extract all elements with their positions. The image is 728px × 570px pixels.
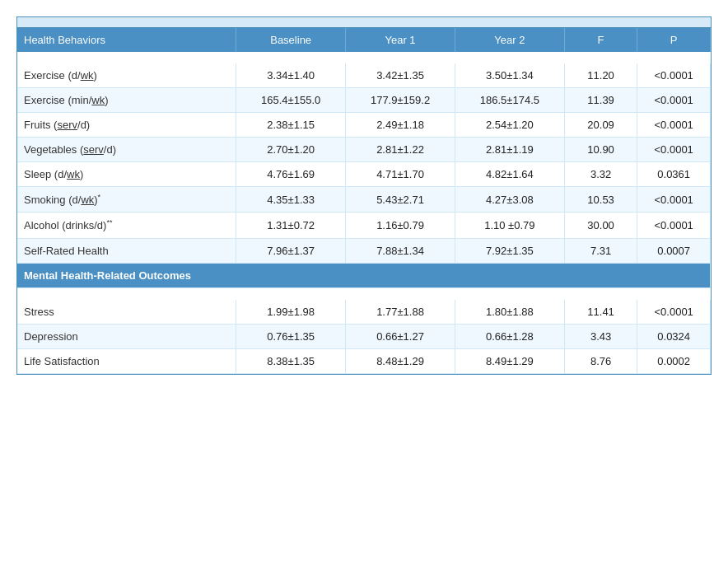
row-year1: 4.71±1.70: [346, 162, 455, 187]
table-row: Exercise (min/wk)165.4±155.0177.9±159.21…: [17, 88, 711, 113]
table-row: Life Satisfaction8.38±1.358.48±1.298.49±…: [17, 348, 711, 373]
col-header-f: F: [564, 28, 637, 52]
row-f: 10.53: [564, 187, 637, 213]
row-year2: 7.92±1.35: [455, 238, 564, 263]
row-baseline: 3.34±1.40: [236, 63, 346, 88]
row-year1: 0.66±1.27: [346, 324, 455, 348]
row-year2: 4.82±1.64: [455, 162, 564, 187]
table-row: Alcohol (drinks/d)**1.31±0.721.16±0.791.…: [17, 213, 711, 238]
table-row: Depression0.76±1.350.66±1.270.66±1.283.4…: [17, 324, 711, 348]
row-f: 7.31: [564, 238, 637, 263]
row-baseline: 1.99±1.98: [236, 300, 346, 325]
row-year1: 1.77±1.88: [346, 300, 455, 325]
row-label: Life Satisfaction: [17, 348, 236, 373]
table-header-row: Health Behaviors Baseline Year 1 Year 2 …: [17, 28, 711, 52]
row-baseline: 165.4±155.0: [236, 88, 346, 113]
row-baseline: 8.38±1.35: [236, 348, 346, 373]
row-baseline: 2.38±1.15: [236, 113, 346, 138]
row-p: <0.0001: [637, 138, 711, 162]
row-year1: 177.9±159.2: [346, 88, 455, 113]
row-p: 0.0007: [637, 238, 711, 263]
col-header-year1: Year 1: [346, 28, 455, 52]
row-year2: 4.27±3.08: [455, 187, 564, 213]
row-year1: 2.49±1.18: [346, 113, 455, 138]
row-label: Stress: [17, 300, 236, 325]
row-year1: 1.16±0.79: [346, 213, 455, 238]
row-f: 3.43: [564, 324, 637, 348]
row-baseline: 7.96±1.37: [236, 238, 346, 263]
row-label: Alcohol (drinks/d)**: [17, 213, 236, 238]
row-label: Vegetables (serv/d): [17, 138, 236, 162]
row-year1: 8.48±1.29: [346, 348, 455, 373]
row-year2: 2.81±1.19: [455, 138, 564, 162]
row-p: <0.0001: [637, 63, 711, 88]
col-header-baseline: Baseline: [236, 28, 346, 52]
row-year2: 2.54±1.20: [455, 113, 564, 138]
table-row: Self-Rated Health7.96±1.377.88±1.347.92±…: [17, 238, 711, 263]
row-baseline: 4.35±1.33: [236, 187, 346, 213]
row-year1: 3.42±1.35: [346, 63, 455, 88]
row-p: 0.0002: [637, 348, 711, 373]
section-header-row: Mental Health-Related Outcomes: [17, 263, 711, 287]
row-baseline: 4.76±1.69: [236, 162, 346, 187]
row-f: 10.90: [564, 138, 637, 162]
row-label: Exercise (min/wk): [17, 88, 236, 113]
section-header-label: Mental Health-Related Outcomes: [17, 263, 711, 287]
row-p: <0.0001: [637, 187, 711, 213]
row-p: <0.0001: [637, 113, 711, 138]
table-row: Fruits (serv/d)2.38±1.152.49±1.182.54±1.…: [17, 113, 711, 138]
row-baseline: 2.70±1.20: [236, 138, 346, 162]
row-f: 20.09: [564, 113, 637, 138]
row-baseline: 0.76±1.35: [236, 324, 346, 348]
row-year2: 1.80±1.88: [455, 300, 564, 325]
row-p: 0.0361: [637, 162, 711, 187]
row-f: 8.76: [564, 348, 637, 373]
table-row: Stress1.99±1.981.77±1.881.80±1.8811.41<0…: [17, 300, 711, 325]
table-title: [17, 17, 711, 28]
row-baseline: 1.31±0.72: [236, 213, 346, 238]
row-p: 0.0324: [637, 324, 711, 348]
row-label: Sleep (d/wk): [17, 162, 236, 187]
row-p: <0.0001: [637, 213, 711, 238]
row-year2: 186.5±174.5: [455, 88, 564, 113]
data-table: Health Behaviors Baseline Year 1 Year 2 …: [17, 28, 711, 374]
row-f: 11.39: [564, 88, 637, 113]
row-year2: 8.49±1.29: [455, 348, 564, 373]
col-header-behaviors: Health Behaviors: [17, 28, 236, 52]
row-f: 30.00: [564, 213, 637, 238]
row-label: Fruits (serv/d): [17, 113, 236, 138]
row-label: Depression: [17, 324, 236, 348]
row-year2: 3.50±1.34: [455, 63, 564, 88]
row-year1: 5.43±2.71: [346, 187, 455, 213]
row-year1: 7.88±1.34: [346, 238, 455, 263]
col-header-year2: Year 2: [455, 28, 564, 52]
col-header-p: P: [637, 28, 711, 52]
row-label: Smoking (d/wk)*: [17, 187, 236, 213]
table-row: Sleep (d/wk)4.76±1.694.71±1.704.82±1.643…: [17, 162, 711, 187]
row-label: Self-Rated Health: [17, 238, 236, 263]
table-row: Exercise (d/wk)3.34±1.403.42±1.353.50±1.…: [17, 63, 711, 88]
row-f: 3.32: [564, 162, 637, 187]
row-year2: 0.66±1.28: [455, 324, 564, 348]
table-row: Vegetables (serv/d)2.70±1.202.81±1.222.8…: [17, 138, 711, 162]
row-label: Exercise (d/wk): [17, 63, 236, 88]
row-p: <0.0001: [637, 300, 711, 325]
row-year1: 2.81±1.22: [346, 138, 455, 162]
row-year2: 1.10 ±0.79: [455, 213, 564, 238]
table-container: Health Behaviors Baseline Year 1 Year 2 …: [16, 16, 712, 375]
row-p: <0.0001: [637, 88, 711, 113]
row-f: 11.20: [564, 63, 637, 88]
table-row: Smoking (d/wk)*4.35±1.335.43±2.714.27±3.…: [17, 187, 711, 213]
row-f: 11.41: [564, 300, 637, 325]
